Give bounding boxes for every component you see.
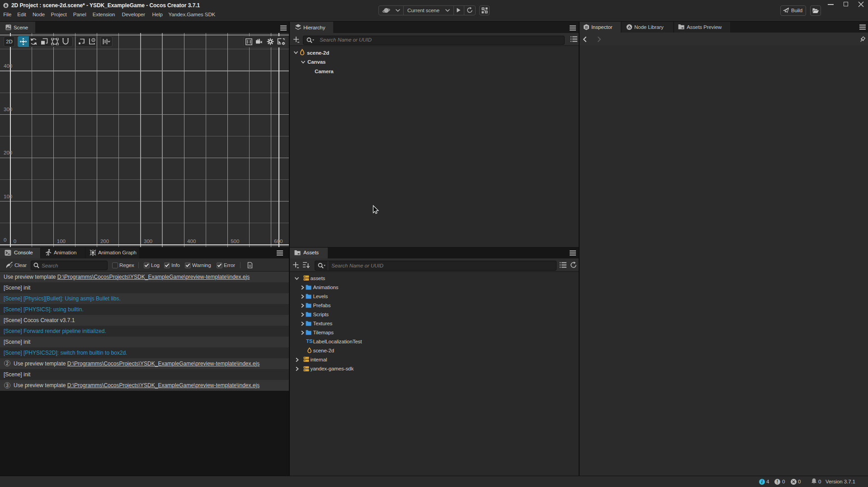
svg-text:500: 500 <box>231 239 239 244</box>
svg-text:100: 100 <box>4 194 12 199</box>
svg-text:200: 200 <box>100 239 109 244</box>
svg-text:400: 400 <box>4 63 12 69</box>
svg-text:300: 300 <box>4 107 12 112</box>
svg-text:100: 100 <box>57 239 66 244</box>
svg-text:300: 300 <box>144 239 152 244</box>
svg-text:0: 0 <box>14 239 16 244</box>
svg-text:400: 400 <box>187 239 196 244</box>
svg-text:200: 200 <box>4 150 12 155</box>
svg-text:600: 600 <box>274 239 283 244</box>
svg-text:0: 0 <box>4 237 6 243</box>
